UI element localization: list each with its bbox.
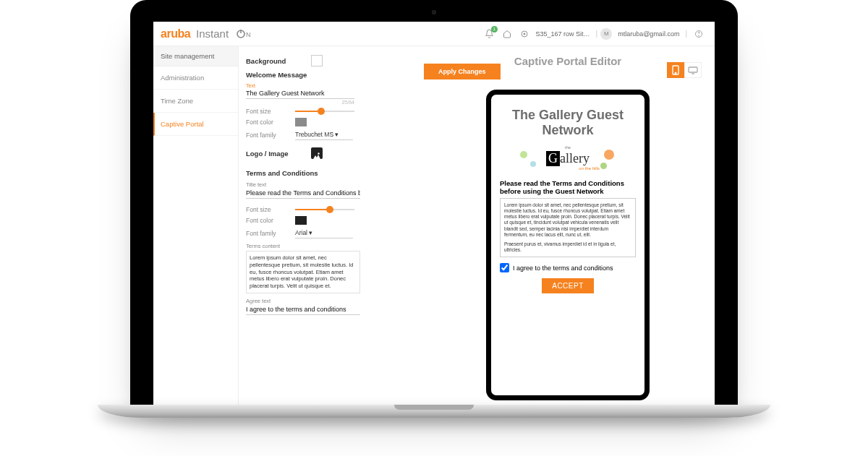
welcome-fontsize-label: Font size (246, 108, 295, 115)
portal-logo: the Gallery on the hills (500, 145, 636, 171)
welcome-fontcolor-swatch[interactable] (295, 118, 307, 126)
portal-agree-label: I agree to the terms and conditions (513, 264, 613, 272)
welcome-fontfamily-label: Font family (246, 132, 295, 139)
tc-fontcolor-swatch[interactable] (295, 216, 307, 225)
welcome-fontcolor-label: Font color (246, 119, 295, 126)
svg-text:N: N (246, 31, 250, 38)
logo-section-title: Logo / Image (246, 150, 311, 158)
tc-fontfamily-select[interactable]: Arial ▾ (295, 228, 353, 238)
app-screen: aruba Instant N 1 S35_167 row Sit… | M m… (153, 22, 715, 405)
background-label: Background (246, 57, 311, 65)
topbar: aruba Instant N 1 S35_167 row Sit… | M m… (153, 22, 715, 46)
help-icon[interactable] (692, 27, 705, 40)
tc-fontfamily-label: Font family (246, 230, 295, 237)
tc-title-input[interactable] (246, 188, 360, 199)
notifications-icon[interactable]: 1 (483, 27, 496, 40)
portal-tc-body: Lorem ipsum dolor sit amet, nec pellente… (500, 198, 636, 257)
welcome-char-count: 25/64 (246, 100, 354, 105)
site-target-icon[interactable] (518, 27, 531, 40)
apply-changes-button[interactable]: Apply Changes (424, 64, 501, 79)
tc-title-label: Title text (246, 181, 414, 188)
svg-point-6 (699, 35, 699, 36)
notif-badge: 1 (491, 26, 498, 33)
portal-welcome-text: The Gallery Guest Network (500, 108, 636, 138)
site-name[interactable]: S35_167 row Sit… (536, 30, 590, 38)
sidebar-item-timezone[interactable]: Time Zone (153, 90, 238, 113)
editor-panel: Background Welcome Message Text 25/64 Fo… (239, 46, 421, 405)
svg-rect-11 (689, 67, 697, 72)
sidebar-item-captive-portal[interactable]: Captive Portal (153, 113, 238, 136)
laptop-base (98, 405, 770, 418)
desktop-view-toggle[interactable] (684, 62, 702, 78)
tc-fontcolor-label: Font color (246, 217, 295, 224)
portal-agree-row[interactable]: I agree to the terms and conditions (500, 263, 636, 272)
view-toggle (667, 62, 702, 78)
tc-section-title: Terms and Conditions (246, 169, 414, 177)
welcome-fontsize-slider[interactable] (295, 108, 354, 115)
agree-text-label: Agree text (246, 298, 414, 304)
logo-image-picker[interactable] (311, 147, 323, 159)
home-icon[interactable] (501, 27, 514, 40)
tc-fontsize-slider[interactable] (295, 206, 354, 213)
svg-marker-7 (313, 155, 320, 159)
terms-content-label: Terms content (246, 243, 414, 249)
svg-point-8 (318, 152, 319, 154)
brand-logo: aruba Instant N (161, 27, 250, 40)
sidebar-header: Site management (153, 46, 238, 66)
portal-agree-checkbox[interactable] (500, 263, 509, 272)
sidebar: Site management Administration Time Zone… (153, 46, 239, 405)
welcome-section-title: Welcome Message (246, 71, 414, 79)
laptop-notch (394, 405, 474, 410)
portal-tc-title: Please read the Terms and Conditions bef… (500, 179, 636, 195)
preview-panel: Captive Portal Editor Apply Changes The … (421, 46, 715, 405)
portal-accept-button[interactable]: ACCEPT (542, 278, 594, 293)
tc-fontsize-label: Font size (246, 206, 295, 213)
brand-aruba: aruba (161, 27, 190, 40)
background-swatch[interactable] (311, 55, 323, 66)
user-email[interactable]: mtlaruba@gmail.com (618, 30, 679, 38)
brand-instant: Instant (196, 27, 229, 40)
welcome-text-input[interactable] (246, 88, 354, 99)
svg-point-4 (524, 33, 525, 35)
brand-on: N (236, 29, 250, 39)
phone-preview: The Gallery Guest Network the Gallery on… (486, 90, 650, 400)
agree-text-input[interactable] (246, 304, 360, 315)
terms-content-textarea[interactable]: Lorem ipsum dolor sit amet, nec pellente… (246, 251, 360, 293)
mobile-view-toggle[interactable] (667, 62, 684, 78)
svg-point-10 (675, 72, 676, 74)
welcome-text-label: Text (246, 83, 414, 88)
welcome-fontfamily-select[interactable]: Trebuchet MS ▾ (295, 129, 353, 140)
camera-dot (432, 10, 436, 14)
user-avatar[interactable]: M (600, 28, 612, 40)
laptop-frame: aruba Instant N 1 S35_167 row Sit… | M m… (130, 0, 738, 405)
sidebar-item-administration[interactable]: Administration (153, 66, 238, 90)
